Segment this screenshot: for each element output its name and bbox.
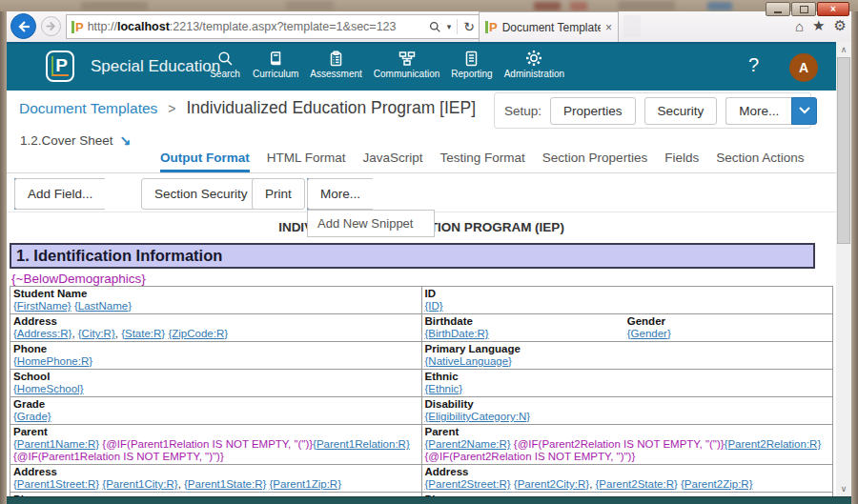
nav-item-label: Administration: [504, 69, 564, 79]
template-cell: Phone{HomePhone:R}: [10, 342, 422, 370]
add-field-button[interactable]: Add Field...: [14, 178, 105, 210]
app-navbar: P Special Education SearchCurriculumAsse…: [7, 42, 836, 91]
administration-icon: [525, 50, 542, 67]
nav-item-reporting[interactable]: Reporting: [451, 50, 492, 79]
field-token-link[interactable]: {Parent1Zip:R}: [270, 478, 341, 490]
field-token-link[interactable]: {Parent1Street:R}: [13, 478, 99, 490]
field-token-link[interactable]: {Parent2Name:R}: [425, 438, 511, 450]
field-value: {Parent1Street:R} {Parent1City:R}, {Pare…: [13, 478, 419, 491]
section-security-button[interactable]: Section Security: [141, 178, 261, 210]
field-token-link[interactable]: {Parent1Name:R}: [13, 438, 99, 450]
breadcrumb-link[interactable]: Document Templates: [19, 100, 157, 117]
field-token-link[interactable]: {Gender}: [627, 328, 671, 339]
field-token-link[interactable]: {Address:R}: [13, 328, 72, 339]
security-button[interactable]: Security: [644, 97, 718, 125]
minimize-button[interactable]: [766, 2, 790, 16]
separator: [457, 19, 458, 34]
nav-item-communication[interactable]: Communication: [374, 50, 439, 79]
setup-more-button-group: More...: [725, 97, 817, 125]
field-value: {Ethnic}: [425, 383, 830, 395]
field-token-link[interactable]: {Parent2Street:R}: [425, 478, 511, 490]
tab-section-actions[interactable]: Section Actions: [716, 151, 804, 172]
address-bar[interactable]: P http://localhost:2213/template.aspx?te…: [66, 14, 480, 39]
scroll-down-icon[interactable]: ∨: [836, 481, 851, 496]
field-token-link[interactable]: {Ethnic}: [425, 383, 463, 394]
nav-item-assessment[interactable]: Assessment: [310, 50, 361, 79]
field-token-link[interactable]: {BirthDate:R}: [425, 328, 489, 339]
field-token-link[interactable]: {NativeLanguage}: [425, 355, 512, 367]
setup-more-button[interactable]: More...: [725, 97, 791, 125]
field-label: School: [13, 371, 419, 383]
tab-html-format[interactable]: HTML Format: [267, 151, 346, 172]
tab-fields[interactable]: Fields: [664, 151, 699, 172]
template-expression: {@IF(Parent1Relation IS NOT EMPTY, ")")}: [13, 451, 224, 462]
help-button[interactable]: ?: [748, 54, 759, 76]
field-label: Birthdate: [425, 315, 627, 328]
menu-item-add-new-snippet[interactable]: Add New Snippet: [308, 211, 434, 236]
field-token-link[interactable]: {HomePhone:R}: [13, 355, 92, 367]
chevron-down-icon: [799, 107, 810, 114]
field-value: {EligibilityCategory:N}: [425, 411, 830, 423]
background-window-blur: [81, 2, 148, 10]
tab-javascript[interactable]: JavaScript: [363, 151, 423, 172]
nav-item-search[interactable]: Search: [209, 50, 241, 79]
template-tag: {~BelowDemographics}: [11, 272, 146, 286]
favorites-star-icon[interactable]: ★: [812, 17, 825, 34]
field-token-link[interactable]: {Grade}: [13, 411, 51, 422]
field-token-link[interactable]: {EligibilityCategory:N}: [425, 411, 531, 422]
home-icon[interactable]: ⌂: [795, 18, 804, 34]
field-token-link[interactable]: {State:R}: [121, 328, 165, 339]
settings-gear-icon[interactable]: ⚙: [834, 17, 847, 34]
field-token-link[interactable]: {Parent1City:R}: [102, 478, 177, 490]
add-field-button-group: Add Field...: [14, 178, 40, 210]
new-tab-button[interactable]: [623, 15, 641, 37]
field-token-link[interactable]: {ZipCode:R}: [168, 328, 228, 339]
forward-button[interactable]: [41, 16, 61, 36]
maximize-button[interactable]: [791, 2, 816, 16]
scrollbar-thumb[interactable]: [837, 57, 850, 244]
reporting-icon: [463, 50, 480, 67]
setup-more-chevron-button[interactable]: [791, 97, 817, 125]
back-button[interactable]: [10, 13, 36, 39]
field-token-link[interactable]: {City:R}: [78, 328, 115, 339]
tab-testing-format[interactable]: Testing Format: [440, 151, 525, 172]
more-button[interactable]: More...: [307, 178, 373, 210]
field-token-link[interactable]: {FirstName}: [13, 300, 72, 312]
field-token-link[interactable]: {Parent2Zip:R}: [681, 478, 752, 490]
field-token-link[interactable]: {Parent2City:R}: [514, 478, 589, 490]
print-button[interactable]: Print: [252, 178, 305, 210]
field-token-link[interactable]: {Parent2Relation:R}: [725, 438, 822, 450]
close-button[interactable]: ×: [817, 2, 849, 16]
nav-item-curriculum[interactable]: Curriculum: [253, 50, 298, 79]
url-text[interactable]: http://localhost:2213/template.aspx?temp…: [88, 20, 425, 33]
tab-section-properties[interactable]: Section Properties: [542, 151, 647, 172]
properties-button[interactable]: Properties: [550, 97, 636, 125]
field-token-link[interactable]: {LastName}: [74, 300, 132, 312]
template-cell: ID{ID}: [421, 287, 833, 314]
refresh-icon[interactable]: ↻: [463, 19, 475, 34]
search-icon[interactable]: [429, 21, 441, 33]
vertical-scrollbar[interactable]: ∧ ∨: [836, 42, 851, 496]
field-token-link[interactable]: {Parent1Relation:R}: [313, 438, 410, 450]
field-value: {Parent2Name:R} {@IF(Parent2Relation IS …: [425, 438, 830, 463]
nav-item-administration[interactable]: Administration: [504, 50, 564, 79]
tab-close-icon[interactable]: ×: [605, 21, 612, 34]
field-token-link[interactable]: {Parent1State:R}: [184, 478, 266, 490]
search-dropdown-icon[interactable]: ▾: [447, 22, 452, 31]
field-token-link[interactable]: {ID}: [425, 300, 443, 312]
field-label: Parent: [425, 426, 830, 438]
window-controls: ×: [766, 2, 849, 16]
background-window-blur: [618, 1, 675, 10]
browser-tab[interactable]: P Document Template Setup ... ×: [479, 11, 619, 42]
section-link[interactable]: 1.2.Cover Sheet↘: [20, 132, 131, 148]
field-token-link[interactable]: {Parent2State:R}: [596, 478, 678, 490]
browser-chrome: P http://localhost:2213/template.aspx?te…: [7, 11, 851, 42]
user-avatar[interactable]: A: [789, 53, 818, 82]
field-token-link[interactable]: {HomeSchool}: [13, 383, 84, 394]
template-expression: {@IF(Parent1Relation IS NOT EMPTY, "(")}: [102, 438, 313, 450]
background-window-blur: [707, 2, 732, 10]
scroll-up-icon[interactable]: ∧: [836, 42, 851, 57]
table-row: Parent{Parent1Name:R} {@IF(Parent1Relati…: [10, 425, 833, 465]
setup-panel: Setup: Properties Security More...: [494, 92, 811, 129]
tab-output-format[interactable]: Output Format: [160, 151, 250, 172]
